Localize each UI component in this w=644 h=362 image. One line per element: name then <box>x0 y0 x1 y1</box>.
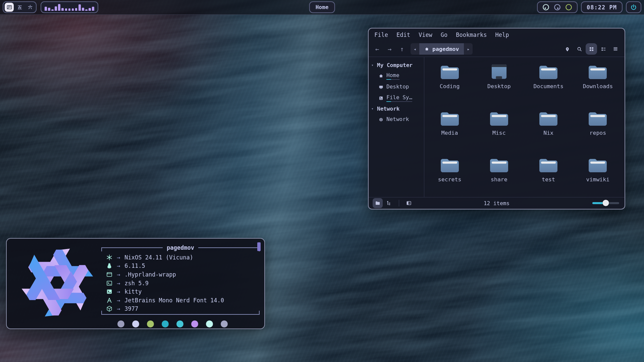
sidebar-item-desktop[interactable]: Desktop <box>371 81 424 93</box>
path-scroll-left-icon[interactable]: ◂ <box>411 43 419 55</box>
back-button[interactable]: ← <box>372 44 382 54</box>
home-icon <box>424 47 429 52</box>
grid-view-button[interactable] <box>586 43 597 55</box>
sidebar-item-home[interactable]: Home <box>371 70 424 81</box>
sidebar-item-network[interactable]: Network <box>371 114 424 125</box>
sidebar-toggle-button[interactable] <box>404 198 414 208</box>
collapse-arrow-icon: ▾ <box>371 63 375 67</box>
sidebar-item-label: Desktop <box>386 83 409 90</box>
fetch-value: zsh 5.9 <box>124 280 149 287</box>
location-pin-icon <box>564 46 571 52</box>
search-icon <box>576 46 583 52</box>
fetch-hostname: pagedmov <box>167 244 194 251</box>
icon-zoom-slider[interactable] <box>592 202 619 204</box>
monitor-ring-3-icon <box>565 3 573 11</box>
folder-name-label: Nix <box>543 130 553 136</box>
workspace-button-1[interactable] <box>5 3 14 12</box>
visualizer-bar <box>82 8 84 11</box>
folder-icon <box>489 110 509 127</box>
folder-icon <box>440 63 460 80</box>
menu-file[interactable]: File <box>374 32 388 38</box>
folder-secrets[interactable]: secrets <box>425 154 474 200</box>
visualizer-bar <box>48 8 50 11</box>
folder-icon <box>588 157 608 173</box>
font-icon <box>106 297 113 304</box>
power-button[interactable] <box>626 1 641 13</box>
forward-arrow-icon: → <box>388 45 391 53</box>
location-pin-button[interactable] <box>561 43 573 55</box>
compact-view-button[interactable] <box>610 43 621 55</box>
arrow-glyph: → <box>117 254 120 261</box>
folder-icon <box>588 110 608 127</box>
search-button[interactable] <box>574 43 585 55</box>
penguin-icon <box>106 262 113 269</box>
active-window-title-button[interactable]: Home <box>309 1 335 13</box>
folder-icon <box>538 63 558 80</box>
up-arrow-icon: ↑ <box>400 45 404 53</box>
arrow-glyph: → <box>117 297 120 304</box>
places-sidebar: ▾My ComputerHomeDesktopFile Sy…▾NetworkN… <box>369 57 424 197</box>
folder-icon <box>489 157 509 173</box>
monitor-ring-1-icon <box>542 3 550 11</box>
folder-media[interactable]: Media <box>425 107 474 154</box>
fetch-row: →kitty <box>101 287 260 296</box>
up-button[interactable]: ↑ <box>397 44 407 54</box>
folder-test[interactable]: test <box>524 154 573 200</box>
workspace-switcher <box>3 1 37 13</box>
folder-pane-button[interactable] <box>373 198 383 208</box>
sidebar-section-network[interactable]: ▾Network <box>371 104 424 114</box>
path-bar: ◂ pagedmov ▸ <box>411 43 473 55</box>
fetch-row: →6.11.5 <box>101 262 260 270</box>
workspace-button-2[interactable] <box>15 3 24 12</box>
fetch-row: →.Hyprland-wrapp <box>101 270 260 279</box>
globe-icon <box>378 117 384 122</box>
menu-edit[interactable]: Edit <box>396 32 410 38</box>
folder-documents[interactable]: Documents <box>524 60 573 107</box>
menu-view[interactable]: View <box>419 32 432 38</box>
list-view-button[interactable] <box>598 43 609 55</box>
folder-name-label: test <box>542 176 555 183</box>
folder-desktop[interactable]: Desktop <box>474 60 524 107</box>
menu-help[interactable]: Help <box>495 32 509 38</box>
palette-dot-4 <box>162 320 169 327</box>
terminal-window[interactable]: pagedmov →NixOS 24.11 (Vicuna)→6.11.5→.H… <box>6 238 265 329</box>
slider-knob[interactable] <box>603 200 609 206</box>
folder-repos[interactable]: repos <box>573 107 623 154</box>
arrow-glyph: → <box>117 305 120 312</box>
desktop-folder-icon <box>489 63 509 80</box>
path-segment-home[interactable]: pagedmov <box>419 43 464 55</box>
path-scroll-right-icon[interactable]: ▸ <box>464 43 473 55</box>
fetch-lines: →NixOS 24.11 (Vicuna)→6.11.5→.Hyprland-w… <box>101 253 260 313</box>
sidebar-item-filesy[interactable]: File Sy… <box>371 93 424 104</box>
folder-vimwiki[interactable]: vimwiki <box>573 154 623 200</box>
system-monitor-rings <box>537 1 578 13</box>
visualizer-bar <box>85 9 88 11</box>
monitor-icon <box>378 84 384 90</box>
file-manager-window: FileEditViewGoBookmarksHelp ←→↑ ◂ pagedm… <box>368 28 625 209</box>
sidebar-section-label: Network <box>377 106 399 112</box>
visualizer-bar <box>89 8 91 11</box>
sidebar-item-label: Network <box>386 116 409 123</box>
clock-label: 08:22 PM <box>587 4 617 11</box>
folder-coding[interactable]: Coding <box>425 60 474 107</box>
menu-go[interactable]: Go <box>441 32 447 38</box>
folder-name-label: vimwiki <box>586 176 610 183</box>
sidebar-item-label: Home <box>386 72 399 80</box>
sidebar-section-my-computer[interactable]: ▾My Computer <box>371 60 424 70</box>
visualizer-bar <box>65 8 67 11</box>
compact-view-icon <box>612 46 619 52</box>
folder-misc[interactable]: Misc <box>474 107 524 154</box>
visualizer-bar <box>75 8 77 11</box>
folder-downloads[interactable]: Downloads <box>573 60 623 107</box>
workspace-button-3[interactable] <box>25 3 35 12</box>
folder-share[interactable]: share <box>474 154 524 200</box>
path-segment-label: pagedmov <box>432 46 459 52</box>
menu-bookmarks[interactable]: Bookmarks <box>456 32 487 38</box>
sidebar-item-label: File Sy… <box>386 94 412 102</box>
forward-button[interactable]: → <box>384 44 395 54</box>
folder-name-label: Misc <box>492 130 506 136</box>
folder-name-label: Documents <box>533 83 563 89</box>
tree-pane-button[interactable] <box>384 198 394 208</box>
fetch-value: NixOS 24.11 (Vicuna) <box>124 254 193 261</box>
folder-nix[interactable]: Nix <box>524 107 573 154</box>
